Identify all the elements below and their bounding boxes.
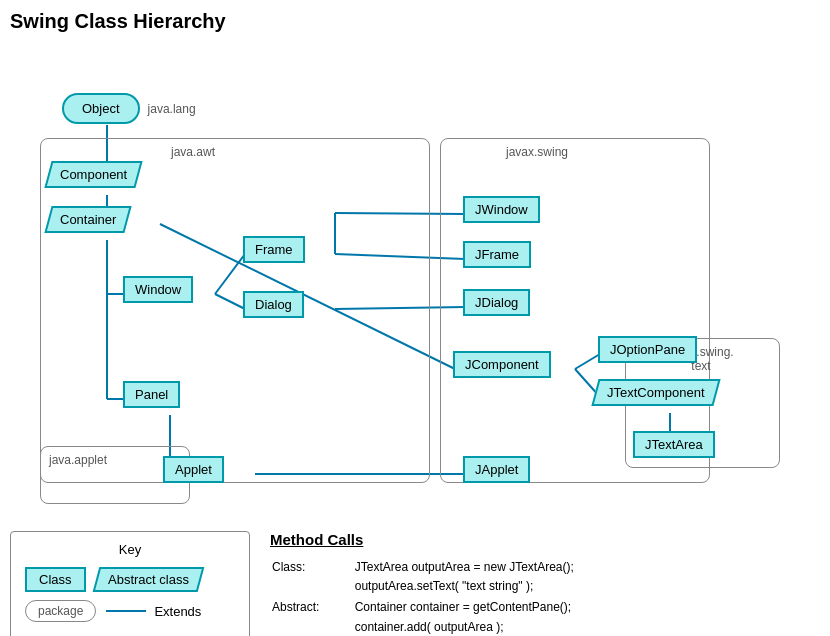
- method-row-class: Class: JTextArea outputArea = new JTextA…: [272, 558, 631, 596]
- method-type-class: Class:: [272, 558, 353, 596]
- method-code-abstract: Container container = getContentPane();c…: [355, 598, 632, 636]
- node-container: Container: [48, 206, 128, 233]
- diagram-area: Object java.lang java.awt javax.swing ja…: [10, 43, 820, 523]
- bottom-section: Key Class Abstract class package Extends…: [10, 531, 820, 636]
- node-joptionpane: JOptionPane: [598, 336, 697, 363]
- key-package-node: package: [25, 600, 96, 622]
- node-panel: Panel: [123, 381, 180, 408]
- pkg-java-awt: java.awt: [40, 138, 430, 483]
- node-frame: Frame: [243, 236, 305, 263]
- node-jtextarea: JTextArea: [633, 431, 715, 458]
- key-abstract-node: Abstract class: [92, 567, 204, 592]
- method-calls-table: Class: JTextArea outputArea = new JTextA…: [270, 556, 633, 636]
- node-jdialog: JDialog: [463, 289, 530, 316]
- key-box: Key Class Abstract class package Extends: [10, 531, 250, 636]
- key-extends: Extends: [106, 604, 201, 619]
- node-component: Component: [48, 161, 139, 188]
- method-row-abstract: Abstract: Container container = getConte…: [272, 598, 631, 636]
- node-window: Window: [123, 276, 193, 303]
- node-japplet: JApplet: [463, 456, 530, 483]
- node-object: Object java.lang: [62, 93, 196, 124]
- method-code-class: JTextArea outputArea = new JTextArea();o…: [355, 558, 632, 596]
- node-dialog: Dialog: [243, 291, 304, 318]
- node-jwindow: JWindow: [463, 196, 540, 223]
- method-calls-title: Method Calls: [270, 531, 820, 548]
- key-title: Key: [25, 542, 235, 557]
- node-applet: Applet: [163, 456, 224, 483]
- method-calls-section: Method Calls Class: JTextArea outputArea…: [270, 531, 820, 636]
- node-jcomponent: JComponent: [453, 351, 551, 378]
- page-title: Swing Class Hierarchy: [10, 10, 820, 33]
- key-class-node: Class: [25, 567, 86, 592]
- method-type-abstract: Abstract:: [272, 598, 353, 636]
- node-jtextcomponent: JTextComponent: [595, 379, 717, 406]
- node-jframe: JFrame: [463, 241, 531, 268]
- extends-line-sample: [106, 610, 146, 612]
